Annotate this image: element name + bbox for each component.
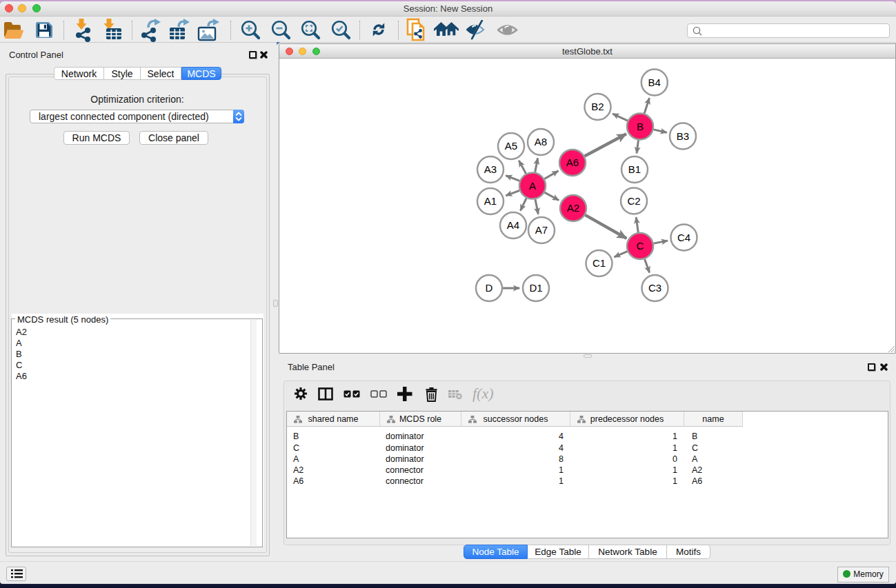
svg-text:C2: C2 [627, 195, 640, 207]
svg-text:B4: B4 [648, 77, 661, 88]
svg-text:B3: B3 [677, 130, 689, 142]
svg-text:A8: A8 [535, 136, 547, 148]
svg-text:D1: D1 [529, 282, 542, 294]
svg-text:A2: A2 [567, 202, 579, 214]
svg-text:A3: A3 [484, 163, 497, 175]
svg-text:C1: C1 [593, 257, 606, 269]
svg-text:A6: A6 [566, 156, 579, 168]
svg-text:A5: A5 [505, 140, 517, 152]
svg-text:A7: A7 [535, 224, 548, 236]
svg-text:C: C [637, 240, 644, 252]
svg-text:B: B [637, 121, 644, 132]
svg-text:A: A [529, 180, 536, 192]
svg-text:A1: A1 [484, 195, 497, 207]
svg-text:C4: C4 [677, 232, 690, 243]
svg-text:D: D [486, 282, 493, 294]
svg-text:C3: C3 [648, 282, 661, 294]
svg-text:A4: A4 [507, 219, 519, 231]
svg-text:B1: B1 [628, 163, 641, 175]
svg-text:B2: B2 [591, 101, 604, 112]
